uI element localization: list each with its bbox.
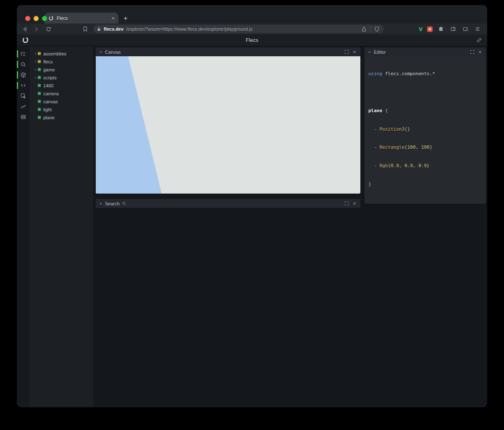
vue-devtools-extension-icon[interactable]: V bbox=[419, 26, 423, 32]
url-path: /explorer/?wasm=https://www.flecs.dev/ex… bbox=[126, 26, 252, 31]
search-panel: Search × bbox=[96, 199, 360, 208]
expand-icon[interactable] bbox=[344, 49, 349, 55]
tree-item-label: plane bbox=[43, 115, 55, 120]
traffic-lights bbox=[25, 16, 47, 21]
close-icon[interactable]: × bbox=[352, 201, 357, 207]
panel-title: Editor bbox=[374, 50, 386, 55]
disclosure-arrow-icon[interactable] bbox=[34, 68, 37, 71]
entity-color-swatch bbox=[38, 76, 41, 79]
entity-color-swatch bbox=[38, 52, 41, 55]
panel-title: Canvas bbox=[105, 50, 121, 55]
minimize-window-button[interactable] bbox=[34, 16, 39, 21]
lock-icon bbox=[97, 27, 101, 31]
page-title: Flecs bbox=[17, 37, 487, 43]
search-panel-header[interactable]: Search × bbox=[96, 199, 360, 208]
tree-item-light[interactable]: light bbox=[30, 105, 93, 113]
tab-bar: Flecs × + bbox=[17, 5, 487, 24]
code-line: } bbox=[368, 181, 482, 188]
search-magnifier-icon bbox=[122, 201, 126, 206]
tree-item-game[interactable]: game bbox=[30, 66, 93, 73]
main-area: Canvas × bbox=[93, 46, 487, 407]
extension-icon[interactable] bbox=[427, 26, 433, 32]
wallet-icon[interactable] bbox=[462, 25, 469, 33]
close-icon[interactable]: × bbox=[477, 49, 483, 55]
entity-color-swatch bbox=[38, 100, 41, 103]
sidebar-tables-icon[interactable] bbox=[17, 112, 30, 122]
tab-title: Flecs bbox=[57, 16, 108, 21]
reload-icon[interactable] bbox=[45, 25, 52, 33]
chevron-down-icon[interactable] bbox=[99, 50, 103, 54]
puzzle-extensions-icon[interactable] bbox=[437, 25, 445, 33]
entity-color-swatch bbox=[38, 108, 41, 111]
icon-rail bbox=[17, 46, 30, 407]
browser-toolbar: flecs.dev/explorer/?wasm=https://www.fle… bbox=[17, 24, 487, 34]
sidebar-canvas-cube-icon[interactable] bbox=[17, 70, 30, 80]
close-window-button[interactable] bbox=[25, 16, 30, 21]
app-content: assemblies flecs game scripts 1460 bbox=[17, 46, 487, 407]
url-host: flecs.dev bbox=[104, 26, 123, 31]
editor-panel: Editor × using flecs.components.* plane … bbox=[365, 47, 486, 204]
sidebar-search-icon[interactable] bbox=[17, 59, 30, 70]
canvas-3d-viewport[interactable] bbox=[96, 56, 360, 194]
entity-color-swatch bbox=[38, 84, 41, 87]
chevron-down-icon[interactable] bbox=[368, 50, 372, 54]
address-bar[interactable]: flecs.dev/explorer/?wasm=https://www.fle… bbox=[93, 25, 384, 33]
share-icon[interactable] bbox=[360, 25, 368, 33]
tree-item-label: assemblies bbox=[43, 51, 66, 56]
sidebar-editor-code-icon[interactable] bbox=[17, 80, 30, 91]
canvas-panel-header[interactable]: Canvas × bbox=[96, 47, 360, 56]
code-line bbox=[368, 89, 482, 96]
editor-panel-header[interactable]: Editor × bbox=[365, 47, 486, 56]
chevron-right-icon[interactable] bbox=[99, 202, 103, 206]
code-line: plane { bbox=[368, 108, 482, 114]
expand-icon[interactable] bbox=[344, 201, 349, 207]
entity-color-swatch bbox=[38, 60, 41, 63]
tree-item-plane[interactable]: plane bbox=[30, 113, 93, 121]
addressbar-divider bbox=[370, 26, 370, 31]
app-header: Flecs bbox=[17, 34, 487, 46]
browser-window: Flecs × + flecs.dev/explorer/?wasm=https… bbox=[17, 5, 487, 407]
code-line: - Rgb{0.9, 0.9, 0.9} bbox=[368, 163, 482, 169]
back-icon[interactable] bbox=[21, 25, 29, 33]
extension-icons: V bbox=[419, 25, 483, 33]
tree-item-label: scripts bbox=[43, 75, 57, 80]
canvas-panel: Canvas × bbox=[96, 47, 360, 194]
disclosure-arrow-icon[interactable] bbox=[34, 52, 37, 55]
sidebar-stats-chart-icon[interactable] bbox=[17, 101, 30, 112]
entity-tree-panel: assemblies flecs game scripts 1460 bbox=[30, 46, 93, 407]
tree-item-label: light bbox=[43, 107, 52, 112]
tab-close-icon[interactable]: × bbox=[111, 16, 115, 21]
panel-title: Search bbox=[105, 201, 120, 206]
entity-color-swatch bbox=[38, 68, 41, 71]
shield-icon[interactable] bbox=[373, 25, 381, 33]
tree-item-label: 1460 bbox=[43, 83, 53, 88]
tree-item-camera[interactable]: camera bbox=[30, 89, 93, 97]
code-line: - Rectangle{100, 100} bbox=[368, 144, 482, 151]
entity-color-swatch bbox=[38, 116, 41, 119]
tree-item-flecs[interactable]: flecs bbox=[30, 58, 93, 66]
disclosure-arrow-icon[interactable] bbox=[34, 60, 37, 63]
tree-item-label: game bbox=[43, 67, 55, 72]
tab-favicon-flecs-logo-icon bbox=[48, 16, 54, 21]
close-icon[interactable]: × bbox=[352, 49, 357, 55]
sidebar-toggle-icon[interactable] bbox=[449, 25, 457, 33]
tree-item-scripts[interactable]: scripts bbox=[30, 73, 93, 81]
zoom-window-button[interactable] bbox=[42, 16, 47, 21]
bookmark-icon[interactable] bbox=[81, 25, 89, 33]
sidebar-tree-icon[interactable] bbox=[17, 49, 30, 59]
code-line: - Position3{} bbox=[368, 126, 482, 133]
entity-color-swatch bbox=[38, 92, 41, 95]
menu-hamburger-icon[interactable] bbox=[474, 25, 481, 33]
browser-tab[interactable]: Flecs × bbox=[45, 13, 118, 24]
new-tab-button[interactable]: + bbox=[123, 15, 128, 22]
forward-icon[interactable] bbox=[33, 25, 40, 33]
tree-item-label: canvas bbox=[43, 99, 58, 104]
code-editor[interactable]: using flecs.components.* plane { - Posit… bbox=[365, 56, 486, 204]
tree-item-canvas[interactable]: canvas bbox=[30, 97, 93, 105]
sidebar-inspect-icon[interactable] bbox=[17, 91, 30, 101]
tree-item-label: flecs bbox=[43, 59, 53, 64]
tree-item-1460[interactable]: 1460 bbox=[30, 81, 93, 89]
tree-item-assemblies[interactable]: assemblies bbox=[30, 50, 93, 58]
expand-icon[interactable] bbox=[469, 49, 475, 55]
disclosure-arrow-icon[interactable] bbox=[34, 76, 37, 79]
